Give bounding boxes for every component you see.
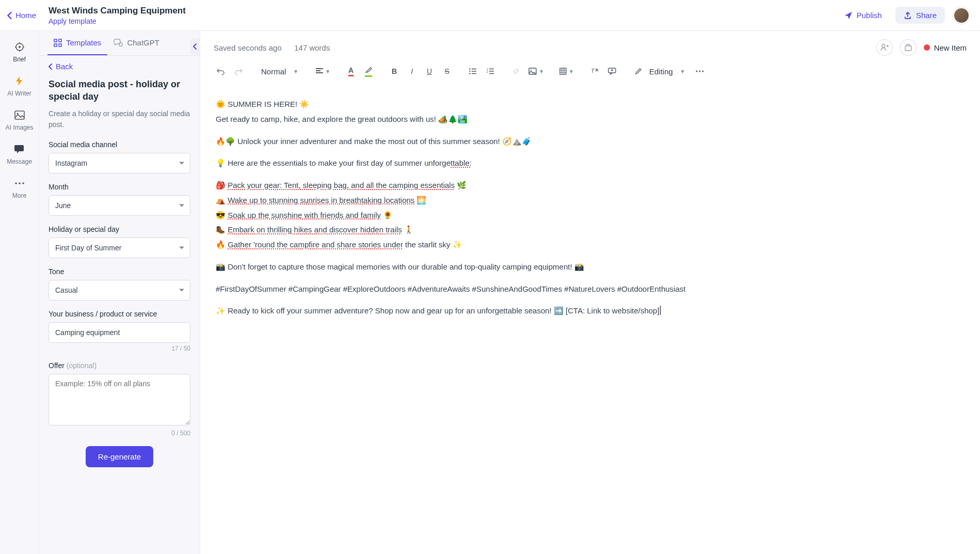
share-button[interactable]: Share [895,7,945,24]
chevron-left-icon [7,12,12,19]
svg-point-25 [696,71,697,72]
back-link[interactable]: Back [49,62,190,71]
chat-bubbles-icon [114,39,123,47]
chevron-down-icon: ▼ [539,69,544,74]
italic-button[interactable]: I [405,64,419,78]
holiday-label: Holiday or special day [49,225,190,233]
offer-textarea[interactable] [49,374,190,425]
business-input[interactable] [49,322,190,343]
underline-button[interactable]: U [422,64,437,78]
svg-rect-10 [54,44,57,46]
home-link[interactable]: Home [7,11,36,20]
holiday-select[interactable]: First Day of Summer [49,238,190,258]
header-actions: Publish Share [839,7,970,24]
nav-label: AI Images [5,124,33,131]
comment-button[interactable] [605,64,619,78]
svg-point-5 [15,182,17,184]
svg-point-17 [469,73,470,74]
link-button[interactable] [509,64,523,78]
svg-point-1 [19,46,21,48]
avatar[interactable] [953,7,970,24]
editing-label: Editing [649,67,673,76]
status-dot-icon [924,44,930,51]
style-select[interactable]: Normal ▼ [257,67,302,76]
saved-text: Saved seconds ago [214,43,282,52]
grid-icon [54,39,62,47]
highlighter-icon [365,66,372,73]
nav-rail: Brief AI Writer AI Images Message More [0,31,39,554]
field-month: Month June [49,183,190,216]
tab-templates[interactable]: Templates [47,31,107,55]
editor-status-bar: Saved seconds ago 147 words New Item [200,31,980,64]
svg-point-26 [699,71,700,72]
image-icon [14,109,25,121]
content-line: Get ready to camp, hike, and explore the… [216,113,965,126]
lightning-icon [13,75,25,87]
month-select[interactable]: June [49,195,190,216]
content-line: 🔥 Gather 'round the campfire and share s… [216,239,965,251]
status-right: New Item [876,39,967,56]
publish-button[interactable]: Publish [839,8,887,23]
doc-title: West Winds Camping Equipment [49,6,839,16]
new-item-badge[interactable]: New Item [924,43,967,52]
chevron-left-icon [49,64,53,70]
nav-brief[interactable]: Brief [13,41,26,63]
content-line: 🔥🌳 Unlock your inner adventurer and make… [216,135,965,148]
regenerate-button[interactable]: Re-generate [86,446,153,467]
doc-header: West Winds Camping Equipment Apply templ… [49,6,839,25]
tab-label: ChatGPT [127,38,159,47]
svg-point-6 [19,182,21,184]
target-icon [14,41,25,53]
svg-point-15 [469,68,470,69]
bullet-list-button[interactable] [465,64,480,78]
nav-more[interactable]: More [12,178,26,199]
editing-mode[interactable]: Editing ▼ [631,67,689,76]
nav-label: Message [7,158,32,165]
collapse-sidebar-button[interactable] [190,38,200,55]
content-line: 😎 Soak up the sunshine with friends and … [216,209,965,222]
nav-ai-writer[interactable]: AI Writer [7,75,31,97]
bold-button[interactable]: B [387,64,401,78]
field-channel: Social media channel Instagram [49,140,190,173]
text-color-button[interactable]: A [344,64,358,78]
tab-chatgpt[interactable]: ChatGPT [107,31,166,55]
add-collaborator-button[interactable] [876,39,893,56]
nav-ai-images[interactable]: AI Images [5,109,33,131]
channel-select[interactable]: Instagram [49,153,190,173]
briefcase-icon [904,43,912,52]
content-line: 📸 Don't forget to capture those magical … [216,261,965,274]
align-left-icon [316,68,323,74]
offer-charcount: 0 / 500 [49,430,190,437]
separator [287,43,289,52]
tone-select[interactable]: Casual [49,280,190,300]
editor-body[interactable]: 🌞 SUMMER IS HERE! ☀️ Get ready to camp, … [200,86,980,554]
apply-template-link[interactable]: Apply template [49,17,839,25]
svg-rect-4 [14,145,24,151]
svg-point-16 [469,71,470,72]
svg-rect-22 [560,68,566,74]
undo-icon [217,67,225,75]
content-line: ✨ Ready to kick off your summer adventur… [216,305,965,318]
archive-button[interactable] [900,39,917,56]
highlight-button[interactable] [361,64,376,78]
strike-button[interactable]: S [440,64,454,78]
number-list-button[interactable]: 12 [483,64,497,78]
business-charcount: 17 / 50 [49,345,190,352]
offer-label: Offer (optional) [49,361,190,370]
align-button[interactable]: ▼ [314,64,332,78]
panel-desc: Create a holiday or special day social m… [49,108,190,130]
nav-message[interactable]: Message [7,144,32,165]
undo-button[interactable] [214,64,228,78]
clear-format-button[interactable]: T [587,64,602,78]
ordered-list-icon: 12 [487,68,494,74]
more-menu-button[interactable] [693,64,707,78]
content-line: #FirstDayOfSummer #CampingGear #ExploreO… [216,283,965,296]
word-count: 147 words [294,43,330,52]
image-button[interactable]: ▼ [526,64,546,78]
svg-point-7 [22,182,24,184]
table-button[interactable]: ▼ [557,64,576,78]
redo-button[interactable] [231,64,246,78]
tone-label: Tone [49,267,190,276]
chevron-left-icon [193,43,197,50]
image-icon [528,68,537,75]
